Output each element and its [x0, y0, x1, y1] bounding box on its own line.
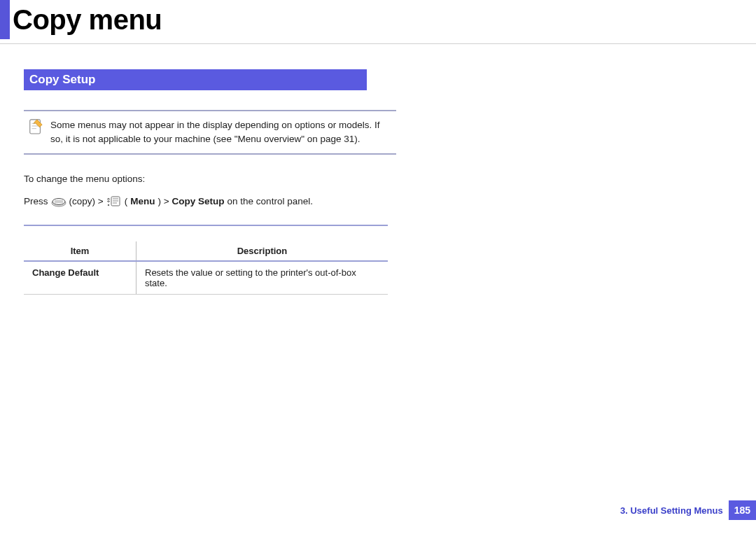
section-heading-bar: Copy Setup	[24, 69, 367, 90]
press-tail: on the control panel.	[227, 194, 313, 209]
press-line: Press (copy) >	[24, 194, 416, 209]
row-desc: Resets the value or setting to the print…	[136, 261, 388, 295]
col-item: Item	[24, 241, 136, 261]
menu-bold: Menu	[130, 194, 155, 209]
note-box: Some menus may not appear in the display…	[24, 110, 396, 155]
page-title: Copy menu	[13, 0, 162, 39]
section-title: Copy Setup	[29, 73, 95, 87]
instructions: To change the menu options: Press (copy)…	[24, 171, 416, 209]
copy-button-icon	[51, 195, 66, 208]
svg-point-12	[107, 204, 108, 206]
menu-paren-close: ) >	[158, 194, 169, 209]
table-top-rule	[24, 225, 388, 226]
options-table: Item Description Change Default Resets t…	[24, 241, 388, 295]
copy-label: (copy) >	[69, 194, 104, 209]
page-title-bar: Copy menu	[0, 0, 756, 39]
table-row: Change Default Resets the value or setti…	[24, 261, 388, 295]
main-content: Copy Setup Some menus may not appear in …	[0, 44, 416, 295]
page-footer: 3. Useful Setting Menus 185	[620, 500, 756, 520]
title-accent	[0, 0, 10, 39]
instructions-line1: To change the menu options:	[24, 171, 416, 187]
footer-chapter: 3. Useful Setting Menus	[620, 505, 723, 516]
svg-point-5	[52, 199, 65, 205]
row-item: Change Default	[24, 261, 136, 295]
footer-page-number: 185	[729, 500, 756, 520]
table-header-row: Item Description	[24, 241, 388, 261]
menu-button-icon	[106, 195, 122, 208]
menu-paren-open: (	[125, 194, 128, 209]
note-icon	[28, 118, 43, 136]
press-word: Press	[24, 194, 48, 209]
copy-setup-bold: Copy Setup	[172, 194, 225, 209]
col-description: Description	[136, 241, 388, 261]
note-text: Some menus may not appear in the display…	[50, 118, 392, 146]
